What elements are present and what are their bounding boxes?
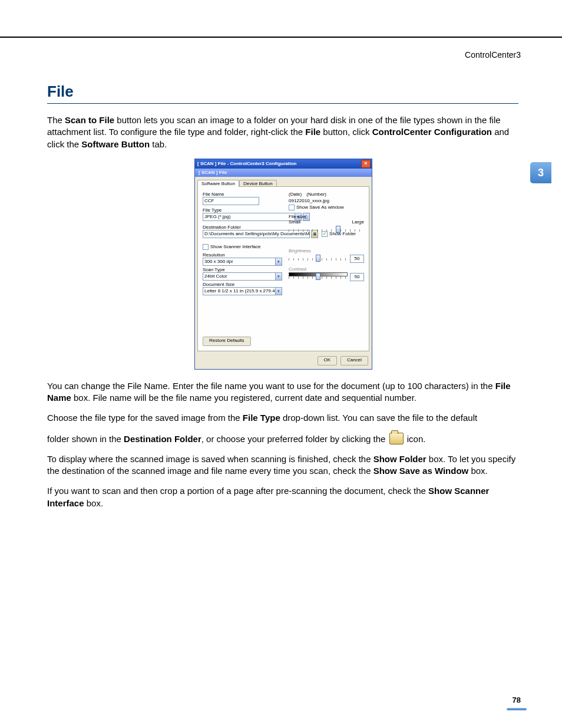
label-show-save-as: Show Save As window: [296, 205, 344, 210]
label-resolution: Resolution: [203, 252, 288, 258]
label-destination-folder: Destination Folder: [203, 225, 288, 230]
ok-button[interactable]: OK: [318, 356, 338, 365]
text: folder shown in the: [47, 434, 124, 444]
bold-show-folder: Show Folder: [373, 454, 427, 464]
dialog-body: File Name CCF File Type JPEG (*.jpg) ▾ ▯: [197, 186, 369, 351]
chevron-down-icon[interactable]: ▾: [275, 272, 282, 281]
label-large: Large: [352, 219, 364, 225]
page-number: 78: [513, 696, 521, 704]
paragraph-1: The Scan to File button lets you scan an…: [47, 114, 518, 150]
bold-file-type: File Type: [243, 413, 280, 423]
top-rule: [0, 37, 562, 38]
restore-defaults-button[interactable]: Restore Defaults: [203, 337, 251, 346]
text: The: [47, 115, 65, 125]
document-size-select[interactable]: Letter 8 1/2 x 11 in (215.9 x 279.4 mm): [203, 287, 275, 295]
brightness-value[interactable]: 50: [350, 255, 364, 263]
contrast-slider[interactable]: [289, 274, 348, 279]
bold-software-button: Software Button: [81, 139, 150, 149]
slider-thumb-icon[interactable]: [316, 255, 320, 262]
paragraph-3: Choose the file type for the saved image…: [47, 412, 518, 424]
label-brightness: Brightness: [289, 248, 364, 253]
label-file-type: File Type: [203, 207, 288, 213]
text: , or choose your preferred folder by cli…: [201, 434, 388, 444]
file-type-select[interactable]: JPEG (*.jpg): [203, 213, 295, 221]
show-save-as-checkbox[interactable]: [289, 205, 295, 210]
label-contrast: Contrast: [289, 266, 364, 272]
chapter-tab: 3: [530, 162, 551, 183]
chevron-down-icon[interactable]: ▾: [275, 287, 282, 295]
bold-destination-folder: Destination Folder: [124, 434, 201, 444]
paragraph-5: To display where the scanned image is sa…: [47, 453, 518, 477]
page-number-accent: [507, 708, 527, 710]
bold-cc-config: ControlCenter Configuration: [372, 127, 492, 137]
text: You can change the File Name. Enter the …: [47, 381, 495, 391]
paragraph-6: If you want to scan and then crop a port…: [47, 485, 518, 509]
text: box. File name will be the file name you…: [71, 393, 416, 403]
label-number: (Number): [306, 192, 326, 197]
dialog-screenshot: [ SCAN ] File - ControlCenter3 Configura…: [194, 159, 371, 370]
text: Choose the file type for the saved image…: [47, 413, 243, 423]
label-document-size: Document Size: [203, 282, 288, 287]
contrast-value[interactable]: 50: [350, 273, 364, 281]
folder-icon: [389, 433, 404, 444]
section-rule: [47, 103, 518, 104]
running-header: ControlCenter3: [465, 50, 521, 60]
bold-scan-to-file: Scan to File: [65, 115, 114, 125]
text: If you want to scan and then crop a port…: [47, 486, 428, 496]
text: tab.: [150, 139, 167, 149]
text: icon.: [405, 434, 426, 444]
close-icon[interactable]: ×: [361, 160, 371, 168]
text: box.: [468, 466, 488, 476]
paragraph-4: folder shown in the Destination Folder, …: [47, 433, 518, 445]
text: To display where the scanned image is sa…: [47, 454, 373, 464]
bold-show-save-as-window: Show Save as Window: [373, 466, 469, 476]
label-file-name: File Name: [203, 192, 288, 197]
label-show-scanner-interface: Show Scanner Interface: [210, 244, 260, 249]
label-date: (Date): [289, 192, 302, 197]
text: button, click: [320, 127, 372, 137]
brightness-slider[interactable]: [289, 256, 348, 261]
dialog-title: [ SCAN ] File - ControlCenter3 Configura…: [197, 161, 361, 166]
cancel-button[interactable]: Cancel: [340, 356, 368, 365]
dialog-footer: OK Cancel: [195, 354, 372, 369]
tab-software-button[interactable]: Software Button: [197, 180, 239, 187]
dialog-subheader: [ SCAN ] File: [195, 169, 372, 177]
file-name-input[interactable]: CCF: [203, 197, 259, 205]
scan-type-select[interactable]: 24bit Color: [203, 272, 275, 281]
paragraph-2: You can change the File Name. Enter the …: [47, 380, 518, 404]
bold-file: File: [305, 127, 320, 137]
label-scan-type: Scan Type: [203, 267, 288, 272]
resolution-select[interactable]: 300 x 300 dpi: [203, 258, 275, 266]
show-scanner-interface-checkbox[interactable]: [203, 244, 209, 250]
section-heading: File: [47, 83, 518, 101]
chevron-down-icon[interactable]: ▾: [275, 258, 282, 266]
slider-thumb-icon[interactable]: [336, 226, 340, 233]
date-number-pattern: 09122010_xxxx.jpg: [289, 198, 329, 203]
text: box.: [84, 498, 104, 508]
dialog-titlebar: [ SCAN ] File - ControlCenter3 Configura…: [195, 159, 372, 169]
label-small: Small: [289, 219, 300, 225]
file-size-slider[interactable]: [289, 227, 364, 232]
dialog-tabs: Software Button Device Button: [195, 177, 372, 186]
text: drop-down list. You can save the file to…: [280, 413, 477, 423]
label-file-size: File size: [289, 214, 364, 219]
slider-thumb-icon[interactable]: [316, 273, 320, 280]
